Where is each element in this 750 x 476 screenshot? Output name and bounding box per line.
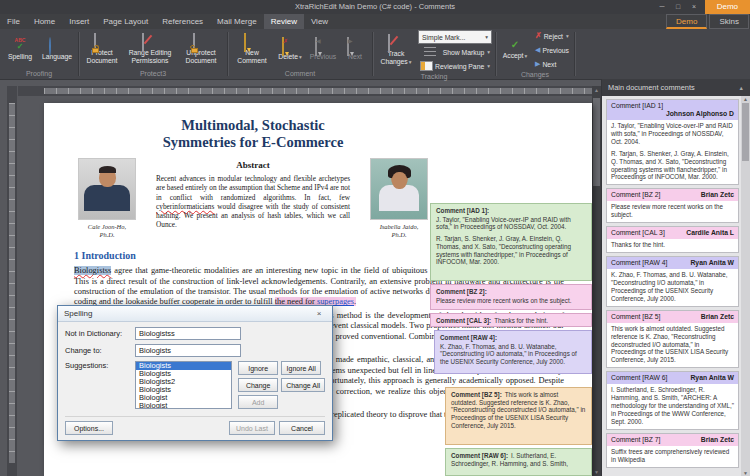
scrollbar-thumb[interactable] <box>742 103 749 161</box>
ignore-button[interactable]: Ignore <box>238 361 278 375</box>
abstract-text: Recent advances in modular technology an… <box>156 174 350 230</box>
comment-tag: Comment [BZ 2]: <box>436 288 586 296</box>
comment-callout[interactable]: Comment [IAD 1]: J. Taylor, "Enabling Vo… <box>430 203 592 281</box>
language-button[interactable]: Language <box>39 37 75 62</box>
author-caption-right: Isabella Jaido,Ph.D. <box>380 223 419 238</box>
abstract-heading: Abstract <box>156 160 350 170</box>
change-to-label: Change to: <box>65 346 135 355</box>
dialog-close-icon[interactable]: × <box>312 309 326 318</box>
comment-author: Brian Zetc <box>701 436 734 444</box>
next-comment-icon: ▶ <box>347 37 349 56</box>
protect-document-button[interactable]: Protect Document <box>82 33 122 65</box>
comment-author: Ryan Anita W <box>690 259 734 267</box>
previous-change-button[interactable]: ◀ Previous <box>533 44 571 56</box>
comment-card[interactable]: Comment [CAL 3] Cardile Anita L Thanks f… <box>606 226 739 253</box>
comment-callout[interactable]: Comment [RAW 6]:I. Sutherland, E. Schroe… <box>445 448 592 476</box>
show-markup-button[interactable]: Show Markup ▾ <box>418 46 492 58</box>
ignore-all-button[interactable]: Ignore All <box>281 361 321 375</box>
tab-mail-merge[interactable]: Mail Merge <box>210 14 264 29</box>
combo-dropdown-icon: ▾ <box>485 34 488 40</box>
group-proofing: ABC✓ Spelling Language Proofing <box>0 29 78 79</box>
delete-comment-button[interactable]: ✗ Delete▾ <box>275 37 305 63</box>
title-bar: XtraRichEdit Main Demo (C# code) - Comme… <box>0 0 750 14</box>
group-caption-changes: Changes <box>499 70 571 80</box>
tab-skins[interactable]: Skins <box>709 14 749 29</box>
unprotect-document-icon <box>193 33 195 52</box>
reject-change-button[interactable]: ✗ Reject ▾ <box>533 30 571 42</box>
tab-home[interactable]: Home <box>27 14 62 29</box>
next-comment-button[interactable]: ▶ Next <box>341 37 369 62</box>
undo-last-button[interactable]: Undo Last <box>229 421 275 435</box>
comment-body: Suffix trees are comprehensively reviewe… <box>607 446 738 467</box>
reviewing-pane-button[interactable]: Reviewing Pane ▾ <box>418 60 492 72</box>
close-icon[interactable]: × <box>686 0 702 14</box>
scrollbar-thumb[interactable] <box>593 98 600 186</box>
next-change-button[interactable]: ▶ Next <box>533 58 571 70</box>
range-editing-permissions-button[interactable]: Range Editing Permissions <box>124 33 176 65</box>
markup-view-combo[interactable]: Simple Mark... ▾ <box>418 30 492 44</box>
comment-callout[interactable]: Comment [RAW 4]: K. Zhao, F. Thomas, and… <box>434 330 592 374</box>
comment-card[interactable]: Comment [BZ 5] Brian Zetc This work is a… <box>606 310 739 369</box>
comment-tag: Comment [CAL 3]: <box>436 317 491 324</box>
vertical-ruler[interactable] <box>7 86 17 476</box>
comment-callout[interactable]: Comment [BZ 2]: Please review more recen… <box>430 284 592 310</box>
tab-file[interactable]: File <box>0 14 27 29</box>
comment-tag: Comment [RAW 6]: <box>451 452 508 459</box>
comment-tag: Comment [BZ 7] <box>611 436 660 444</box>
misspelled-word: cyberinformaticians <box>156 202 214 211</box>
author-photo-left <box>78 158 136 220</box>
spelling-dialog-titlebar[interactable]: Spelling × <box>58 306 332 322</box>
tab-insert[interactable]: Insert <box>62 14 96 29</box>
scroll-down-icon[interactable]: ▼ <box>741 470 750 476</box>
tab-page-layout[interactable]: Page Layout <box>96 14 155 29</box>
suggestions-list[interactable]: Biologists Biologists Biologists2 Biolog… <box>135 361 232 409</box>
comment-author: Johnson Alphonso D <box>666 110 734 118</box>
scroll-up-icon[interactable]: ▲ <box>592 86 601 94</box>
new-comment-button[interactable]: New Comment <box>231 33 273 65</box>
comments-scrollbar[interactable]: ▲ ▼ <box>741 96 750 476</box>
previous-change-icon: ◀ <box>535 44 540 56</box>
track-changes-button[interactable]: Track Changes▾ <box>376 34 416 67</box>
comment-body: Please review more recent works on the s… <box>607 201 738 222</box>
not-in-dictionary-field[interactable]: Biologistss <box>135 327 241 340</box>
delete-comment-icon: ✗ <box>282 37 284 56</box>
options-button[interactable]: Options... <box>65 421 113 435</box>
tab-view[interactable]: View <box>304 14 335 29</box>
accept-change-button[interactable]: ✓ Accept▾ <box>499 38 531 62</box>
comment-body: Thanks for the hint. <box>607 239 738 252</box>
comment-card[interactable]: Comment [BZ 2] Brian Zetc Please review … <box>606 188 739 223</box>
demo-badge[interactable]: Demo <box>705 0 750 14</box>
tab-references[interactable]: References <box>155 14 210 29</box>
maximize-icon[interactable]: □ <box>670 0 686 14</box>
cancel-button[interactable]: Cancel <box>279 421 325 435</box>
tab-review[interactable]: Review <box>264 14 304 29</box>
group-tracking: Track Changes▾ Simple Mark... ▾ Show Mar… <box>373 29 495 79</box>
previous-comment-button[interactable]: ◀ Previous <box>307 37 339 62</box>
language-globe-icon <box>49 37 51 56</box>
suggestion-item[interactable]: Biologist <box>136 402 231 409</box>
add-button[interactable]: Add <box>238 395 278 409</box>
comment-card[interactable]: Comment [RAW 4] Ryan Anita W K. Zhao, F.… <box>606 256 739 307</box>
change-to-field[interactable]: Biologists <box>135 344 241 357</box>
comment-card[interactable]: Comment [RAW 6] Ryan Anita W I. Sutherla… <box>606 371 739 430</box>
horizontal-ruler[interactable] <box>18 86 592 96</box>
comment-card[interactable]: Comment [BZ 7] Brian Zetc Suffix trees a… <box>606 433 739 468</box>
spell-check-current-word: Biologistss <box>74 266 111 275</box>
scroll-up-icon[interactable]: ▲ <box>741 96 750 102</box>
scroll-down-icon[interactable]: ▼ <box>592 468 601 476</box>
unprotect-document-button[interactable]: Unprotect Document <box>178 33 224 65</box>
protect-document-icon <box>94 33 96 52</box>
comment-callout[interactable]: Comment [CAL 3]:Thanks for the hint. <box>430 313 592 327</box>
spelling-button[interactable]: ABC✓ Spelling <box>3 37 37 62</box>
panel-collapse-icon[interactable]: ▲ <box>739 85 744 91</box>
tab-demo[interactable]: Demo <box>666 14 707 29</box>
comment-author: Brian Zetc <box>701 313 734 321</box>
dropdown-icon: ▾ <box>299 54 302 60</box>
comment-callout[interactable]: Comment [BZ 5]:This work is almost outda… <box>445 387 592 445</box>
minimize-icon[interactable]: ─ <box>654 0 670 14</box>
document-scrollbar[interactable]: ▲ ▼ <box>592 86 601 476</box>
dropdown-icon: ▾ <box>525 53 528 59</box>
change-all-button[interactable]: Change All <box>281 378 325 392</box>
comment-card[interactable]: Comment [IAD 1] Johnson Alphonso D J. Ta… <box>606 99 739 185</box>
change-button[interactable]: Change <box>238 378 278 392</box>
